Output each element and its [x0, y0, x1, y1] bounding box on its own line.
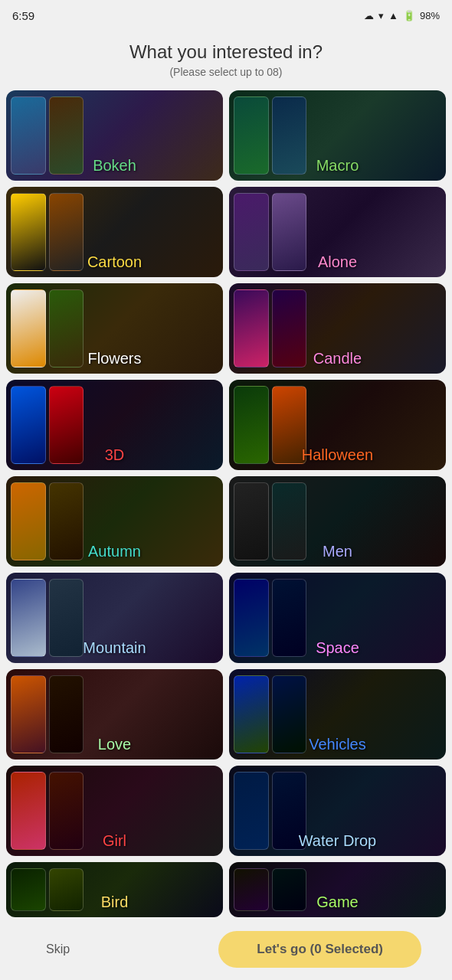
wifi-icon: ▾ [378, 10, 384, 21]
status-icons: ☁ ▾ ▲ 🔋 98% [364, 10, 440, 21]
card-label-3d: 3D [6, 440, 223, 470]
cloud-icon: ☁ [364, 10, 374, 21]
card-alone[interactable]: Alone [229, 187, 446, 277]
battery-icon: 🔋 [403, 10, 415, 21]
card-label-waterdrop: Water Drop [229, 826, 446, 856]
page-title: What you interested in? [15, 41, 437, 63]
card-label-cartoon: Cartoon [6, 247, 223, 277]
card-label-candle: Candle [229, 344, 446, 374]
card-label-autumn: Autumn [6, 537, 223, 567]
card-macro[interactable]: Macro [229, 90, 446, 181]
card-vehicles[interactable]: Vehicles [229, 669, 446, 760]
card-waterdrop[interactable]: Water Drop [229, 766, 446, 856]
card-flowers[interactable]: Flowers [6, 283, 223, 374]
card-label-bird: Bird [6, 887, 223, 917]
card-men[interactable]: Men [229, 476, 446, 567]
card-3d[interactable]: 3D [6, 380, 223, 470]
battery-percent: 98% [420, 10, 440, 21]
card-label-space: Space [229, 633, 446, 663]
skip-button[interactable]: Skip [31, 935, 85, 964]
status-time: 6:59 [12, 9, 34, 22]
status-bar: 6:59 ☁ ▾ ▲ 🔋 98% [0, 0, 452, 31]
card-label-mountain: Mountain [6, 633, 223, 663]
card-label-girl: Girl [6, 826, 223, 856]
card-love[interactable]: Love [6, 669, 223, 760]
card-bokeh[interactable]: Bokeh [6, 90, 223, 181]
lets-go-button[interactable]: Let's go (0 Selected) [218, 931, 421, 968]
card-label-halloween: Halloween [229, 440, 446, 470]
card-label-game: Game [229, 887, 446, 917]
page-subtitle: (Please select up to 08) [15, 66, 437, 78]
bottom-bar: Skip Let's go (0 Selected) [0, 919, 452, 980]
card-candle[interactable]: Candle [229, 283, 446, 374]
card-label-bokeh: Bokeh [6, 151, 223, 181]
card-mountain[interactable]: Mountain [6, 573, 223, 663]
card-halloween[interactable]: Halloween [229, 380, 446, 470]
card-label-macro: Macro [229, 151, 446, 181]
card-cartoon[interactable]: Cartoon [6, 187, 223, 277]
card-space[interactable]: Space [229, 573, 446, 663]
card-girl[interactable]: Girl [6, 766, 223, 856]
card-label-love: Love [6, 730, 223, 760]
card-label-vehicles: Vehicles [229, 730, 446, 760]
card-label-flowers: Flowers [6, 344, 223, 374]
signal-icon: ▲ [388, 10, 398, 21]
card-game[interactable]: Game [229, 862, 446, 917]
card-label-men: Men [229, 537, 446, 567]
interest-grid: Bokeh Macro Cartoon Alone Flowers Candle [0, 86, 452, 922]
card-label-alone: Alone [229, 247, 446, 277]
page-header: What you interested in? (Please select u… [0, 31, 452, 86]
card-autumn[interactable]: Autumn [6, 476, 223, 567]
card-bird[interactable]: Bird [6, 862, 223, 917]
